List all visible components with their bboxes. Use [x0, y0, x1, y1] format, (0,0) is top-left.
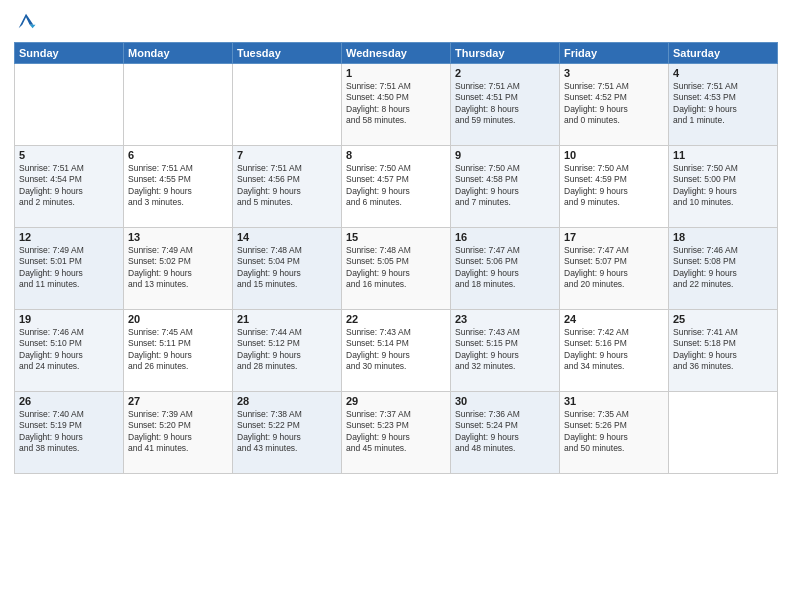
- calendar-day-cell: 10Sunrise: 7:50 AM Sunset: 4:59 PM Dayli…: [560, 146, 669, 228]
- calendar-day-cell: 17Sunrise: 7:47 AM Sunset: 5:07 PM Dayli…: [560, 228, 669, 310]
- calendar-week-row: 19Sunrise: 7:46 AM Sunset: 5:10 PM Dayli…: [15, 310, 778, 392]
- calendar-day-cell: 13Sunrise: 7:49 AM Sunset: 5:02 PM Dayli…: [124, 228, 233, 310]
- day-number: 26: [19, 395, 119, 407]
- day-info: Sunrise: 7:41 AM Sunset: 5:18 PM Dayligh…: [673, 327, 773, 373]
- day-number: 31: [564, 395, 664, 407]
- day-number: 28: [237, 395, 337, 407]
- day-number: 5: [19, 149, 119, 161]
- day-number: 21: [237, 313, 337, 325]
- day-info: Sunrise: 7:40 AM Sunset: 5:19 PM Dayligh…: [19, 409, 119, 455]
- day-info: Sunrise: 7:50 AM Sunset: 4:57 PM Dayligh…: [346, 163, 446, 209]
- day-number: 19: [19, 313, 119, 325]
- calendar-day-cell: 24Sunrise: 7:42 AM Sunset: 5:16 PM Dayli…: [560, 310, 669, 392]
- day-number: 15: [346, 231, 446, 243]
- calendar-week-row: 1Sunrise: 7:51 AM Sunset: 4:50 PM Daylig…: [15, 64, 778, 146]
- calendar-week-row: 26Sunrise: 7:40 AM Sunset: 5:19 PM Dayli…: [15, 392, 778, 474]
- day-info: Sunrise: 7:37 AM Sunset: 5:23 PM Dayligh…: [346, 409, 446, 455]
- calendar-day-cell: 15Sunrise: 7:48 AM Sunset: 5:05 PM Dayli…: [342, 228, 451, 310]
- day-info: Sunrise: 7:49 AM Sunset: 5:02 PM Dayligh…: [128, 245, 228, 291]
- day-of-week-header: Saturday: [669, 43, 778, 64]
- calendar-week-row: 5Sunrise: 7:51 AM Sunset: 4:54 PM Daylig…: [15, 146, 778, 228]
- day-info: Sunrise: 7:51 AM Sunset: 4:55 PM Dayligh…: [128, 163, 228, 209]
- calendar-container: SundayMondayTuesdayWednesdayThursdayFrid…: [0, 0, 792, 612]
- day-number: 11: [673, 149, 773, 161]
- day-number: 20: [128, 313, 228, 325]
- day-number: 13: [128, 231, 228, 243]
- day-of-week-header: Tuesday: [233, 43, 342, 64]
- day-number: 29: [346, 395, 446, 407]
- day-number: 22: [346, 313, 446, 325]
- day-number: 18: [673, 231, 773, 243]
- day-info: Sunrise: 7:43 AM Sunset: 5:15 PM Dayligh…: [455, 327, 555, 373]
- day-number: 8: [346, 149, 446, 161]
- day-info: Sunrise: 7:46 AM Sunset: 5:08 PM Dayligh…: [673, 245, 773, 291]
- day-info: Sunrise: 7:39 AM Sunset: 5:20 PM Dayligh…: [128, 409, 228, 455]
- day-info: Sunrise: 7:44 AM Sunset: 5:12 PM Dayligh…: [237, 327, 337, 373]
- calendar-day-cell: 11Sunrise: 7:50 AM Sunset: 5:00 PM Dayli…: [669, 146, 778, 228]
- calendar-day-cell: 18Sunrise: 7:46 AM Sunset: 5:08 PM Dayli…: [669, 228, 778, 310]
- calendar-day-cell: 19Sunrise: 7:46 AM Sunset: 5:10 PM Dayli…: [15, 310, 124, 392]
- calendar-day-cell: 31Sunrise: 7:35 AM Sunset: 5:26 PM Dayli…: [560, 392, 669, 474]
- day-of-week-header: Wednesday: [342, 43, 451, 64]
- calendar-day-cell: 7Sunrise: 7:51 AM Sunset: 4:56 PM Daylig…: [233, 146, 342, 228]
- calendar-day-cell: 14Sunrise: 7:48 AM Sunset: 5:04 PM Dayli…: [233, 228, 342, 310]
- day-info: Sunrise: 7:43 AM Sunset: 5:14 PM Dayligh…: [346, 327, 446, 373]
- calendar-day-cell: [233, 64, 342, 146]
- day-info: Sunrise: 7:51 AM Sunset: 4:54 PM Dayligh…: [19, 163, 119, 209]
- day-info: Sunrise: 7:35 AM Sunset: 5:26 PM Dayligh…: [564, 409, 664, 455]
- calendar-week-row: 12Sunrise: 7:49 AM Sunset: 5:01 PM Dayli…: [15, 228, 778, 310]
- day-number: 2: [455, 67, 555, 79]
- day-info: Sunrise: 7:48 AM Sunset: 5:05 PM Dayligh…: [346, 245, 446, 291]
- day-info: Sunrise: 7:48 AM Sunset: 5:04 PM Dayligh…: [237, 245, 337, 291]
- day-number: 7: [237, 149, 337, 161]
- calendar-day-cell: 28Sunrise: 7:38 AM Sunset: 5:22 PM Dayli…: [233, 392, 342, 474]
- day-info: Sunrise: 7:50 AM Sunset: 5:00 PM Dayligh…: [673, 163, 773, 209]
- day-info: Sunrise: 7:47 AM Sunset: 5:07 PM Dayligh…: [564, 245, 664, 291]
- day-number: 23: [455, 313, 555, 325]
- day-number: 16: [455, 231, 555, 243]
- calendar-table: SundayMondayTuesdayWednesdayThursdayFrid…: [14, 42, 778, 474]
- calendar-day-cell: 16Sunrise: 7:47 AM Sunset: 5:06 PM Dayli…: [451, 228, 560, 310]
- day-number: 9: [455, 149, 555, 161]
- day-info: Sunrise: 7:50 AM Sunset: 4:59 PM Dayligh…: [564, 163, 664, 209]
- calendar-day-cell: [124, 64, 233, 146]
- day-number: 25: [673, 313, 773, 325]
- day-info: Sunrise: 7:51 AM Sunset: 4:56 PM Dayligh…: [237, 163, 337, 209]
- day-of-week-header: Sunday: [15, 43, 124, 64]
- day-info: Sunrise: 7:49 AM Sunset: 5:01 PM Dayligh…: [19, 245, 119, 291]
- calendar-day-cell: 25Sunrise: 7:41 AM Sunset: 5:18 PM Dayli…: [669, 310, 778, 392]
- day-number: 24: [564, 313, 664, 325]
- calendar-day-cell: 3Sunrise: 7:51 AM Sunset: 4:52 PM Daylig…: [560, 64, 669, 146]
- calendar-day-cell: 5Sunrise: 7:51 AM Sunset: 4:54 PM Daylig…: [15, 146, 124, 228]
- day-info: Sunrise: 7:38 AM Sunset: 5:22 PM Dayligh…: [237, 409, 337, 455]
- day-info: Sunrise: 7:51 AM Sunset: 4:51 PM Dayligh…: [455, 81, 555, 127]
- day-number: 6: [128, 149, 228, 161]
- calendar-day-cell: 26Sunrise: 7:40 AM Sunset: 5:19 PM Dayli…: [15, 392, 124, 474]
- day-number: 10: [564, 149, 664, 161]
- calendar-day-cell: 4Sunrise: 7:51 AM Sunset: 4:53 PM Daylig…: [669, 64, 778, 146]
- calendar-day-cell: 30Sunrise: 7:36 AM Sunset: 5:24 PM Dayli…: [451, 392, 560, 474]
- calendar-day-cell: 1Sunrise: 7:51 AM Sunset: 4:50 PM Daylig…: [342, 64, 451, 146]
- day-info: Sunrise: 7:50 AM Sunset: 4:58 PM Dayligh…: [455, 163, 555, 209]
- day-info: Sunrise: 7:51 AM Sunset: 4:52 PM Dayligh…: [564, 81, 664, 127]
- header: [14, 10, 778, 36]
- logo: [14, 10, 37, 36]
- day-number: 17: [564, 231, 664, 243]
- calendar-day-cell: 21Sunrise: 7:44 AM Sunset: 5:12 PM Dayli…: [233, 310, 342, 392]
- day-info: Sunrise: 7:51 AM Sunset: 4:53 PM Dayligh…: [673, 81, 773, 127]
- day-of-week-header: Thursday: [451, 43, 560, 64]
- logo-icon: [15, 10, 37, 32]
- day-number: 30: [455, 395, 555, 407]
- calendar-day-cell: 6Sunrise: 7:51 AM Sunset: 4:55 PM Daylig…: [124, 146, 233, 228]
- day-number: 3: [564, 67, 664, 79]
- day-info: Sunrise: 7:46 AM Sunset: 5:10 PM Dayligh…: [19, 327, 119, 373]
- day-of-week-header: Friday: [560, 43, 669, 64]
- calendar-header-row: SundayMondayTuesdayWednesdayThursdayFrid…: [15, 43, 778, 64]
- day-number: 14: [237, 231, 337, 243]
- svg-marker-1: [30, 25, 36, 29]
- day-number: 1: [346, 67, 446, 79]
- day-info: Sunrise: 7:36 AM Sunset: 5:24 PM Dayligh…: [455, 409, 555, 455]
- day-of-week-header: Monday: [124, 43, 233, 64]
- calendar-day-cell: 9Sunrise: 7:50 AM Sunset: 4:58 PM Daylig…: [451, 146, 560, 228]
- day-number: 12: [19, 231, 119, 243]
